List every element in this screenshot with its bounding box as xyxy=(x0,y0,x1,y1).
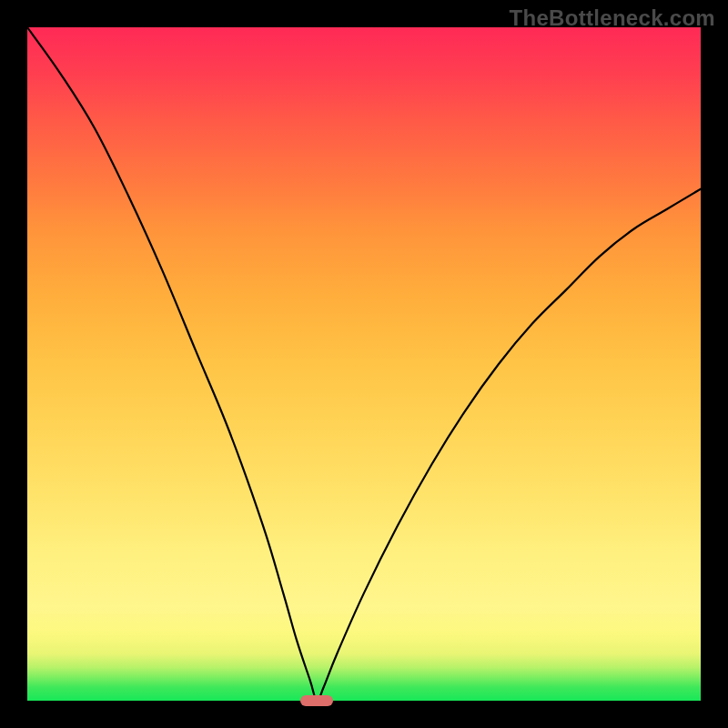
chart-frame: TheBottleneck.com xyxy=(0,0,728,728)
minimum-marker xyxy=(300,695,333,706)
curve-path xyxy=(27,27,701,701)
bottleneck-curve xyxy=(27,27,701,701)
watermark-text: TheBottleneck.com xyxy=(510,5,715,31)
plot-area xyxy=(27,27,701,701)
